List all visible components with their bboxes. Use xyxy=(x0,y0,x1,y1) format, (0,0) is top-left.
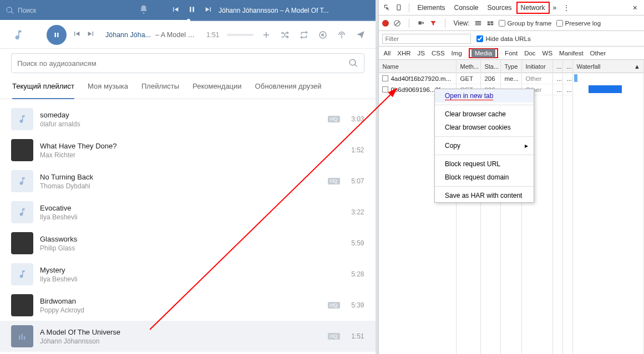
tab-network[interactable]: Network xyxy=(516,2,550,14)
audio-search[interactable] xyxy=(11,53,364,73)
repeat-icon[interactable] xyxy=(299,30,309,40)
clear-icon[interactable] xyxy=(393,19,401,27)
type-css[interactable]: CSS xyxy=(432,50,445,57)
tab-sources[interactable]: Sources xyxy=(483,1,516,15)
track-row[interactable]: Birdwoman Poppy Ackroyd HQ 5:39 xyxy=(0,290,376,321)
overview-icon[interactable] xyxy=(486,19,494,27)
hide-data-urls[interactable]: Hide data URLs xyxy=(476,35,530,42)
tabs: Текущий плейлист Моя музыка Плейлисты Ре… xyxy=(0,82,376,99)
tab-friends-updates[interactable]: Обновления друзей xyxy=(255,82,322,99)
header-now-playing[interactable]: Jóhann Jóhannsson – A Model Of T... xyxy=(219,7,329,14)
share-icon[interactable] xyxy=(356,30,366,40)
audio-search-input[interactable] xyxy=(17,59,348,68)
large-rows-icon[interactable] xyxy=(474,19,482,27)
play-pause-button[interactable] xyxy=(47,25,67,45)
more-tabs-icon[interactable]: » xyxy=(550,4,560,12)
type-font[interactable]: Font xyxy=(505,50,518,57)
tab-playlists[interactable]: Плейлисты xyxy=(141,82,179,99)
network-filter-input[interactable] xyxy=(382,34,471,44)
track-row[interactable]: No Turning Back Thomas Dybdahl HQ 5:07 xyxy=(0,166,376,197)
track-row[interactable]: someday ólafur arnalds HQ 3:03 xyxy=(0,104,376,135)
player-next-button[interactable] xyxy=(87,29,95,40)
search-input[interactable] xyxy=(18,7,101,14)
ctx-copy[interactable]: Copy xyxy=(435,139,534,152)
tab-recommendations[interactable]: Рекомендации xyxy=(192,82,242,99)
volume-icon[interactable] xyxy=(318,30,328,40)
player-progress[interactable] xyxy=(227,34,253,36)
col-waterfall[interactable]: Waterfall▲ xyxy=(573,60,643,73)
track-duration: 5:07 xyxy=(344,177,364,185)
header-progress[interactable] xyxy=(0,20,377,21)
ctx-clear-cookies[interactable]: Clear browser cookies xyxy=(435,121,534,134)
player-title: – A Model Of ... xyxy=(155,31,200,39)
svg-rect-3 xyxy=(397,4,400,9)
ctx-block-domain[interactable]: Block request domain xyxy=(435,171,534,184)
svg-rect-0 xyxy=(19,336,20,340)
tab-elements[interactable]: Elements xyxy=(413,1,449,15)
group-by-frame[interactable]: Group by frame xyxy=(499,20,552,27)
track-row[interactable]: A Model Of The Universe Jóhann Jóhannsso… xyxy=(0,321,376,352)
type-doc[interactable]: Doc xyxy=(524,50,535,57)
type-xhr[interactable]: XHR xyxy=(397,50,410,57)
track-thumb xyxy=(11,139,33,161)
record-button[interactable] xyxy=(382,20,389,27)
ctx-block-url[interactable]: Block request URL xyxy=(435,157,534,171)
type-js[interactable]: JS xyxy=(418,50,425,57)
svg-rect-2 xyxy=(24,336,25,340)
inspect-icon[interactable] xyxy=(381,4,393,12)
type-all[interactable]: All xyxy=(383,50,391,57)
track-row[interactable]: Evocative Ilya Beshevli 3:22 xyxy=(0,197,376,228)
col-initiator[interactable]: Initiator xyxy=(522,60,552,73)
header-search[interactable] xyxy=(6,6,116,15)
camera-icon[interactable] xyxy=(417,19,425,27)
shuffle-icon[interactable] xyxy=(280,30,290,40)
tab-current-playlist[interactable]: Текущий плейлист xyxy=(12,82,74,99)
hq-badge: HQ xyxy=(328,302,340,309)
type-img[interactable]: Img xyxy=(452,50,462,57)
table-row[interactable]: 4ad40f16b27920.m... xyxy=(379,73,456,84)
track-info: Birdwoman Poppy Ackroyd xyxy=(40,297,328,314)
type-other[interactable]: Other xyxy=(590,50,606,57)
col-type[interactable]: Type xyxy=(501,60,521,73)
col-status[interactable]: Sta... xyxy=(481,60,500,73)
track-title: Mystery xyxy=(40,266,344,274)
context-menu: Open in new tab Clear browser cache Clea… xyxy=(434,89,534,203)
track-info: Mystery Ilya Beshevli xyxy=(40,266,344,283)
tab-console[interactable]: Console xyxy=(450,1,483,15)
ctx-save-har[interactable]: Save as HAR with content xyxy=(435,189,534,202)
track-duration: 5:59 xyxy=(344,239,364,247)
track-duration: 3:03 xyxy=(344,115,364,123)
type-manifest[interactable]: Manifest xyxy=(559,50,583,57)
notifications-icon[interactable] xyxy=(139,4,149,17)
player-prev-button[interactable] xyxy=(72,29,81,40)
filter-icon[interactable] xyxy=(429,19,437,27)
add-icon[interactable] xyxy=(261,30,271,40)
view-label: View: xyxy=(453,19,469,27)
track-artist: Philip Glass xyxy=(40,244,344,252)
pause-button[interactable] xyxy=(187,5,196,16)
devtools-menu-icon[interactable]: ⋮ xyxy=(560,4,573,12)
player-bar: Jóhann Jóha... – A Model Of ... 1:51 xyxy=(0,21,376,49)
col-name[interactable]: Name xyxy=(379,60,456,73)
type-media[interactable]: Media xyxy=(471,49,495,58)
track-artist: ólafur arnalds xyxy=(40,120,328,128)
col-method[interactable]: Meth... xyxy=(457,60,480,73)
ctx-open-new-tab[interactable]: Open in new tab xyxy=(435,89,534,102)
devtools-close-button[interactable]: × xyxy=(628,3,642,12)
next-button[interactable] xyxy=(204,5,213,16)
preserve-log[interactable]: Preserve log xyxy=(556,20,601,27)
prev-button[interactable] xyxy=(171,5,180,16)
device-icon[interactable] xyxy=(393,4,405,12)
track-thumb xyxy=(11,201,33,223)
track-row[interactable]: What Have They Done? Max Richter 1:52 xyxy=(0,135,376,166)
broadcast-icon[interactable] xyxy=(337,30,347,40)
vk-panel: Jóhann Jóhannsson – A Model Of T... Jóha… xyxy=(0,0,376,354)
tab-my-music[interactable]: Моя музыка xyxy=(88,82,128,99)
type-media-highlight: Media xyxy=(469,48,498,58)
ctx-clear-cache[interactable]: Clear browser cache xyxy=(435,107,534,121)
track-list[interactable]: someday ólafur arnalds HQ 3:03 What Have… xyxy=(0,99,376,354)
track-info: someday ólafur arnalds xyxy=(40,111,328,128)
track-row[interactable]: Glassworks Philip Glass 5:59 xyxy=(0,228,376,259)
type-ws[interactable]: WS xyxy=(542,50,553,57)
track-row[interactable]: Mystery Ilya Beshevli 5:28 xyxy=(0,259,376,290)
